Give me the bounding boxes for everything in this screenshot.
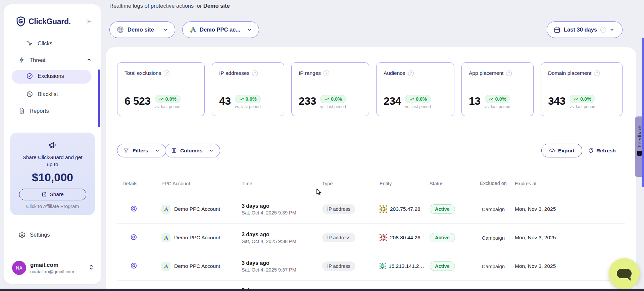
vertical-scrollbar-thumb[interactable] <box>642 38 644 187</box>
entity-value: 208.80.44.26 <box>390 235 420 241</box>
time-relative: 3 days ago <box>242 203 317 209</box>
feedback-chat-icon <box>637 151 642 156</box>
sidebar-item-label: Clicks <box>38 40 52 47</box>
site-selector-value: Demo site <box>128 27 154 33</box>
time-absolute: Sat, Oct 4, 2025 9:38 PM <box>242 239 317 244</box>
filters-dropdown[interactable]: Filters <box>117 144 166 157</box>
chevron-down-icon <box>247 27 252 32</box>
funnel-icon <box>123 148 129 153</box>
trend-badge: 0.0% <box>155 95 181 103</box>
trend-badge: 0.0% <box>569 95 595 103</box>
sidebar-collapse-icon[interactable] <box>85 18 92 27</box>
type-badge: IP address <box>322 261 355 271</box>
help-icon: ? <box>594 70 600 76</box>
stat-caption: vs. last period <box>155 104 181 109</box>
cursor-click-icon <box>26 40 33 47</box>
lightning-icon <box>18 57 25 63</box>
date-range-value: Last 30 days <box>564 27 597 33</box>
affiliate-link[interactable]: Click to Affiliate Program <box>10 204 95 209</box>
col-header-excluded-on: Excluded on <box>477 180 509 186</box>
trending-up-icon <box>239 97 244 102</box>
subnav-scrollbar[interactable] <box>98 69 100 127</box>
table-row: Demo PPC Account 3 days agoSat, Oct 4, 2… <box>117 195 625 224</box>
subtitle-site-name: Demo site <box>203 3 230 9</box>
stat-caption: vs. last period <box>569 104 595 109</box>
columns-dropdown[interactable]: Columns <box>165 144 220 157</box>
ppc-account-name: Demo PPC Account <box>174 263 220 269</box>
site-selector[interactable]: Demo site <box>109 21 175 38</box>
trending-up-icon <box>159 97 164 102</box>
prohibit-icon <box>26 91 33 98</box>
share-button[interactable]: Share <box>19 189 86 200</box>
sidebar-item-clicks[interactable]: Clicks <box>26 40 96 47</box>
time-relative: 3 days ago <box>242 260 317 266</box>
help-icon: ? <box>252 70 258 76</box>
chevron-up-icon <box>87 57 92 63</box>
stat-change: 0.0% <box>580 96 591 102</box>
date-range-selector[interactable]: Last 30 days ? <box>547 21 623 38</box>
sidebar-item-label: Settings <box>30 232 50 238</box>
megaphone-icon <box>48 140 58 150</box>
stat-card-audience: Audience? 234 0.0% vs. last period <box>376 62 454 116</box>
help-icon: ? <box>324 70 329 76</box>
ppc-account-selector[interactable]: Demo PPC ac... <box>182 21 259 38</box>
google-ads-icon <box>161 233 170 242</box>
chevron-down-icon <box>155 148 160 153</box>
expires-at-value: Mon, Nov 3, 2025 <box>509 206 625 212</box>
ppc-account-name: Demo PPC Account <box>174 206 220 212</box>
identicon <box>380 234 387 241</box>
account-switcher[interactable]: NA gmail.com naatali.ro@gmail.com <box>12 261 94 275</box>
export-label: Export <box>558 148 575 154</box>
excluded-on-value: Campaign <box>477 235 509 241</box>
identicon <box>380 205 387 213</box>
help-icon: ? <box>164 70 169 76</box>
stat-card-total-exclusions: Total exclusions? 6 523 0.0% vs. last pe… <box>117 62 205 116</box>
view-details-eye-icon[interactable] <box>130 205 137 212</box>
badge-check-icon <box>26 72 33 80</box>
divider <box>11 253 94 253</box>
identicon <box>380 262 386 270</box>
refresh-icon <box>588 148 594 153</box>
chevron-down-icon <box>209 148 214 153</box>
stat-label: IP addresses <box>219 70 249 76</box>
refresh-button[interactable]: Refresh <box>588 144 616 157</box>
stat-card-domain-placement: Domain placement? 343 0.0% vs. last peri… <box>541 62 623 116</box>
columns-icon <box>171 148 177 153</box>
view-details-eye-icon[interactable] <box>130 234 137 241</box>
time-absolute: Sat, Oct 4, 2025 9:37 PM <box>242 267 317 273</box>
external-link-icon <box>41 192 47 197</box>
time-absolute: Sat, Oct 4, 2025 9:39 PM <box>242 210 317 215</box>
view-details-eye-icon[interactable] <box>130 262 137 269</box>
sidebar-item-reports[interactable]: Reports <box>18 107 96 114</box>
google-ads-icon <box>189 26 196 33</box>
sidebar-item-blacklist[interactable]: Blacklist <box>26 91 96 98</box>
refresh-label: Refresh <box>596 148 616 154</box>
table-row: Demo PPC Account 3 days agoSat, Oct 4, 2… <box>117 224 625 252</box>
sidebar: ClickGuard. Clicks Threat <box>4 4 101 284</box>
affiliate-promo-card: Share ClickGuard and get up to $10,000 S… <box>10 133 95 215</box>
gear-icon <box>18 231 26 238</box>
calendar-icon <box>554 27 560 33</box>
trending-up-icon <box>489 97 494 102</box>
col-header-entity: Entity <box>374 181 424 186</box>
chat-widget-button[interactable] <box>609 258 640 289</box>
status-badge: Active <box>430 233 455 242</box>
sidebar-item-threat[interactable]: Threat <box>18 57 96 63</box>
col-header-ppc-account: PPC Account <box>156 181 236 186</box>
bottom-edge-strip <box>0 289 644 291</box>
promo-title: Share ClickGuard and get up to <box>10 154 95 168</box>
stat-label: Total exclusions <box>125 70 161 76</box>
chevron-down-icon <box>163 27 168 32</box>
select-up-down-icon <box>89 264 94 272</box>
share-button-label: Share <box>50 191 63 197</box>
sidebar-item-exclusions-content[interactable]: Exclusions <box>26 72 96 80</box>
promo-amount: $10,000 <box>10 171 95 184</box>
trend-badge: 0.0% <box>405 95 431 103</box>
export-button[interactable]: Export <box>541 144 582 157</box>
table-header-row: Details PPC Account Time Type Entity Sta… <box>117 172 625 195</box>
sidebar-item-settings[interactable]: Settings <box>18 231 50 238</box>
type-badge: IP address <box>322 204 355 214</box>
chevron-down-icon <box>609 27 614 32</box>
excluded-on-value: Campaign <box>477 263 509 269</box>
col-header-type: Type <box>317 181 374 186</box>
